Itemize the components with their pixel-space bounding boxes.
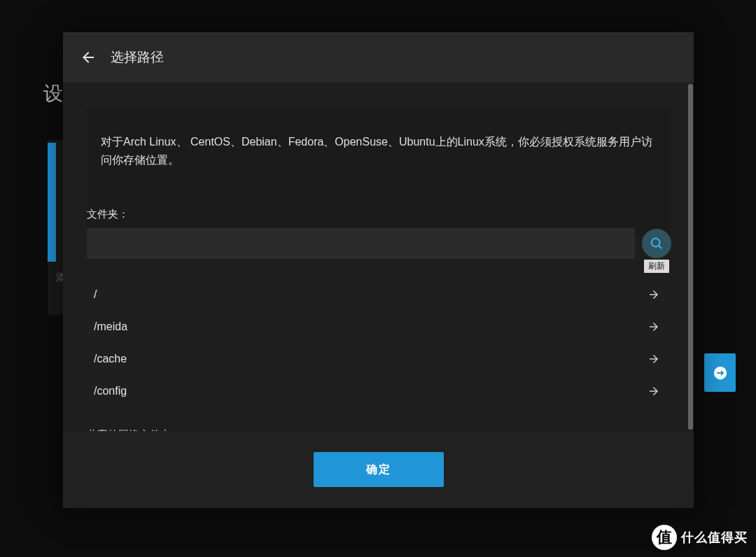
refresh-button[interactable] xyxy=(642,229,671,258)
directory-item-cache[interactable]: /cache xyxy=(87,343,671,375)
arrow-right-icon xyxy=(648,353,660,365)
directory-item-label: /config xyxy=(94,385,127,397)
directory-list: / /meida /cache /config xyxy=(87,278,671,407)
modal-footer: 确定 xyxy=(63,431,694,508)
arrow-right-icon xyxy=(648,288,660,301)
modal-body: 对于Arch Linux、 CentOS、Debian、Fedora、OpenS… xyxy=(63,83,694,431)
network-share-label: 共享的网络文件夹： xyxy=(87,428,671,431)
folder-field-label: 文件夹： xyxy=(87,208,671,221)
svg-point-0 xyxy=(652,238,660,246)
modal-title: 选择路径 xyxy=(111,48,164,66)
directory-item-label: /cache xyxy=(94,353,127,365)
modal-scrollbar-thumb[interactable] xyxy=(688,84,693,430)
search-icon xyxy=(649,236,664,251)
background-page-title: 设 xyxy=(43,80,63,107)
directory-item-label: / xyxy=(94,288,97,301)
folder-input[interactable] xyxy=(87,228,635,259)
arrow-right-icon xyxy=(648,320,660,333)
arrow-right-icon xyxy=(648,385,660,397)
watermark: 值 什么值得买 xyxy=(652,525,748,550)
folder-input-row: 刷新 xyxy=(87,228,671,259)
watermark-badge: 值 xyxy=(652,525,677,550)
select-path-modal: 选择路径 对于Arch Linux、 CentOS、Debian、Fedora、… xyxy=(63,32,694,508)
directory-item-label: /meida xyxy=(94,320,127,333)
arrow-left-icon xyxy=(80,49,97,66)
back-button[interactable] xyxy=(78,48,98,67)
refresh-button-wrapper: 刷新 xyxy=(642,229,671,258)
directory-item-root[interactable]: / xyxy=(87,278,671,311)
arrow-right-circle-icon xyxy=(713,365,728,381)
background-next-button[interactable] xyxy=(704,353,736,392)
info-text: 对于Arch Linux、 CentOS、Debian、Fedora、OpenS… xyxy=(101,133,657,170)
directory-item-config[interactable]: /config xyxy=(87,375,671,407)
watermark-text: 什么值得买 xyxy=(681,529,748,546)
refresh-tooltip: 刷新 xyxy=(644,260,669,273)
background-sidebar-active-strip xyxy=(48,143,56,262)
ok-button[interactable]: 确定 xyxy=(314,452,444,487)
svg-line-1 xyxy=(659,246,662,248)
modal-header: 选择路径 xyxy=(63,32,694,83)
modal-scroll-area[interactable]: 对于Arch Linux、 CentOS、Debian、Fedora、OpenS… xyxy=(63,83,687,431)
directory-item-meida[interactable]: /meida xyxy=(87,311,671,343)
